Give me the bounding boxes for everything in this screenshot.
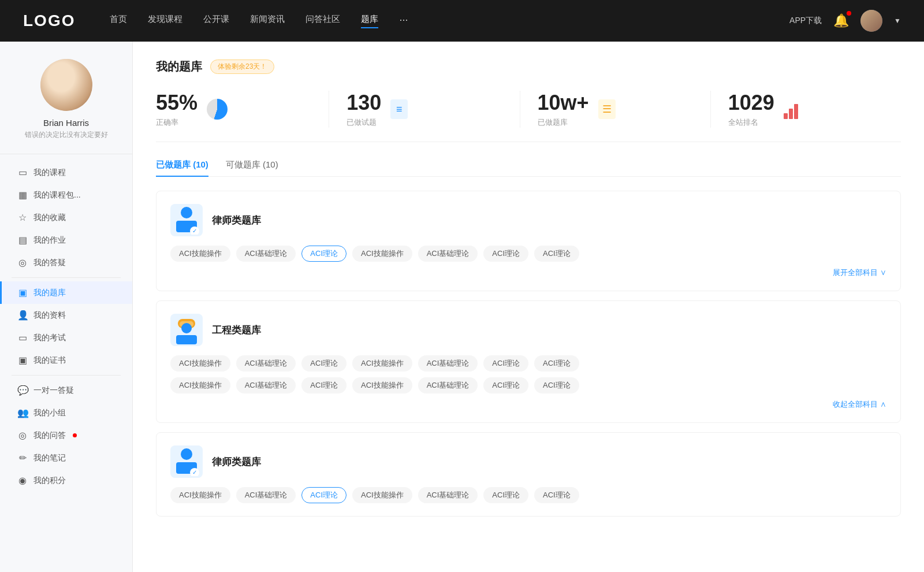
tag-0-5[interactable]: ACI理论 — [483, 246, 528, 262]
bank-icon-lawyer-1: ✓ — [170, 204, 203, 236]
bell-icon: 🔔 — [833, 13, 849, 28]
tag-2-4[interactable]: ACI基础理论 — [418, 487, 478, 503]
lawyer-svg-2: ✓ — [174, 447, 199, 476]
tag-1-6[interactable]: ACI理论 — [534, 355, 579, 372]
main-content: 我的题库 体验剩余23天！ 55% 正确率 130 已做试题 — [133, 42, 924, 572]
sidebar-item-my-exam[interactable]: ▭ 我的考试 — [0, 326, 132, 349]
chevron-down-icon[interactable]: ▼ — [894, 17, 901, 25]
tag-1-7[interactable]: ACI技能操作 — [170, 377, 230, 393]
sidebar-item-homework[interactable]: ▤ 我的作业 — [0, 229, 132, 251]
bank-icon-lawyer-2: ✓ — [170, 445, 203, 478]
expand-lawyer-1[interactable]: 展开全部科目 ∨ — [170, 268, 886, 278]
stat-done-banks-label: 已做题库 — [538, 117, 589, 128]
stat-done-banks-content: 10w+ 已做题库 — [538, 91, 589, 128]
stat-ranking-content: 1029 全站排名 — [728, 91, 774, 128]
tag-1-5[interactable]: ACI理论 — [483, 355, 528, 372]
sidebar-item-points[interactable]: ◉ 我的积分 — [0, 469, 132, 492]
trial-badge: 体验剩余23天！ — [210, 60, 274, 74]
lawyer-svg-1: ✓ — [174, 206, 199, 235]
tag-2-0[interactable]: ACI技能操作 — [170, 487, 230, 503]
tag-2-1[interactable]: ACI基础理论 — [236, 487, 296, 503]
tag-1-4[interactable]: ACI基础理论 — [418, 355, 478, 372]
nav-discover[interactable]: 发现课程 — [148, 14, 182, 28]
tag-1-12[interactable]: ACI理论 — [483, 377, 528, 393]
sidebar-item-1on1[interactable]: 💬 一对一答疑 — [0, 379, 132, 402]
tag-2-5[interactable]: ACI理论 — [483, 487, 528, 503]
nav-home[interactable]: 首页 — [110, 14, 127, 28]
nav-open-course[interactable]: 公开课 — [203, 14, 229, 28]
stat-done-questions-content: 130 已做试题 — [346, 91, 381, 128]
expand-engineer[interactable]: 收起全部科目 ∧ — [170, 399, 886, 410]
tag-0-0[interactable]: ACI技能操作 — [170, 246, 230, 262]
tag-1-1[interactable]: ACI基础理论 — [236, 355, 296, 372]
data-icon: 👤 — [17, 310, 28, 321]
tag-2-2[interactable]: ACI理论 — [301, 487, 346, 503]
tag-2-3[interactable]: ACI技能操作 — [352, 487, 412, 503]
sidebar-item-my-data[interactable]: 👤 我的资料 — [0, 304, 132, 326]
homework-icon: ▤ — [17, 235, 28, 246]
stat-done-banks: 10w+ 已做题库 — [520, 91, 711, 128]
bank-card-lawyer-2: ✓ 律师类题库 ACI技能操作 ACI基础理论 ACI理论 ACI技能操作 AC… — [156, 432, 901, 517]
stat-accuracy: 55% 正确率 — [156, 91, 329, 128]
tag-1-2[interactable]: ACI理论 — [301, 355, 346, 372]
tag-1-3[interactable]: ACI技能操作 — [352, 355, 412, 372]
sidebar-item-my-qa[interactable]: ◎ 我的答疑 — [0, 251, 132, 274]
stat-ranking: 1029 全站排名 — [711, 91, 901, 128]
tab-done[interactable]: 已做题库 (10) — [156, 159, 208, 176]
logo[interactable]: LOGO — [23, 12, 75, 30]
nav-qa[interactable]: 问答社区 — [305, 14, 340, 28]
tag-1-9[interactable]: ACI理论 — [301, 377, 346, 393]
sidebar-item-group[interactable]: 👥 我的小组 — [0, 402, 132, 424]
tab-todo[interactable]: 可做题库 (10) — [226, 159, 278, 176]
tag-0-4[interactable]: ACI基础理论 — [418, 246, 478, 262]
tag-1-13[interactable]: ACI理论 — [534, 377, 579, 393]
course-icon: ▭ — [17, 167, 28, 178]
tag-1-8[interactable]: ACI基础理论 — [236, 377, 296, 393]
stat-ranking-label: 全站排名 — [728, 117, 774, 128]
bank-card-lawyer-1: ✓ 律师类题库 ACI技能操作 ACI基础理论 ACI理论 ACI技能操作 AC… — [156, 191, 901, 291]
avatar-image — [860, 10, 882, 32]
nav-more[interactable]: ··· — [399, 14, 408, 28]
app-download-button[interactable]: APP下载 — [789, 16, 822, 26]
sidebar-item-my-course[interactable]: ▭ 我的课程 — [0, 161, 132, 184]
sidebar-item-my-quiz[interactable]: ▣ 我的题库 — [0, 281, 132, 304]
sidebar-item-notes[interactable]: ✏ 我的笔记 — [0, 447, 132, 469]
engineer-svg — [174, 315, 199, 344]
sidebar-motto: 错误的决定比没有决定要好 — [25, 130, 108, 140]
notes-icon: ✏ — [17, 452, 28, 463]
sidebar-item-course-package[interactable]: ▦ 我的课程包... — [0, 184, 132, 206]
stat-done-banks-number: 10w+ — [538, 91, 589, 115]
tag-0-3[interactable]: ACI技能操作 — [352, 246, 412, 262]
nav-quiz[interactable]: 题库 — [361, 14, 378, 28]
cert-icon: ▣ — [17, 355, 28, 366]
tag-0-2[interactable]: ACI理论 — [301, 246, 346, 262]
tag-0-6[interactable]: ACI理论 — [534, 246, 579, 262]
tag-0-1[interactable]: ACI基础理论 — [236, 246, 296, 262]
tag-1-0[interactable]: ACI技能操作 — [170, 355, 230, 372]
sidebar-item-favorites[interactable]: ☆ 我的收藏 — [0, 206, 132, 229]
package-icon: ▦ — [17, 190, 28, 200]
notification-bell[interactable]: 🔔 — [833, 13, 849, 28]
tag-2-6[interactable]: ACI理论 — [534, 487, 579, 503]
navbar: LOGO 首页 发现课程 公开课 新闻资讯 问答社区 题库 ··· APP下载 … — [0, 0, 924, 42]
sidebar-menu: ▭ 我的课程 ▦ 我的课程包... ☆ 我的收藏 ▤ 我的作业 ◎ 我的答疑 ▣ — [0, 154, 132, 499]
sidebar-username: Brian Harris — [43, 118, 89, 128]
tabs-row: 已做题库 (10) 可做题库 (10) — [156, 159, 901, 177]
sidebar-item-my-cert[interactable]: ▣ 我的证书 — [0, 349, 132, 372]
sidebar-divider-1 — [12, 277, 121, 278]
tag-1-10[interactable]: ACI技能操作 — [352, 377, 412, 393]
bank-card-engineer-tags-row1: ACI技能操作 ACI基础理论 ACI理论 ACI技能操作 ACI基础理论 AC… — [170, 355, 886, 372]
stat-done-questions-label: 已做试题 — [346, 117, 381, 128]
nav-news[interactable]: 新闻资讯 — [250, 14, 285, 28]
group-icon: 👥 — [17, 407, 28, 418]
bank-card-engineer-header: 工程类题库 — [170, 314, 886, 346]
stat-ranking-number: 1029 — [728, 91, 774, 115]
sidebar-item-my-questions[interactable]: ◎ 我的问答 — [0, 424, 132, 447]
bank-card-lawyer-1-title: 律师类题库 — [212, 214, 261, 227]
navbar-right: APP下载 🔔 ▼ — [789, 10, 901, 32]
tag-1-11[interactable]: ACI基础理论 — [418, 377, 478, 393]
nav-menu: 首页 发现课程 公开课 新闻资讯 问答社区 题库 ··· — [110, 14, 789, 28]
avatar[interactable] — [860, 10, 882, 32]
notification-badge — [847, 11, 851, 16]
svg-point-0 — [181, 207, 192, 218]
